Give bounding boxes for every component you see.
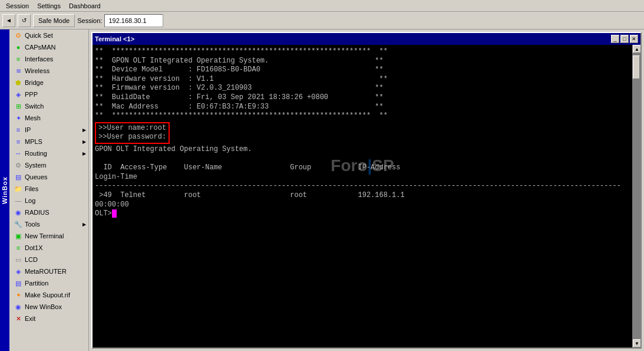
sidebar-label-ip: IP — [25, 126, 31, 133]
tools-icon: 🔧 — [14, 220, 22, 228]
session-ip: 192.168.30.1 — [104, 14, 163, 27]
partition-icon: ▤ — [14, 279, 22, 287]
sidebar-item-new-terminal[interactable]: ▣ New Terminal — [9, 230, 88, 242]
lcd-icon: ▭ — [14, 255, 22, 264]
scrollbar-thumb[interactable] — [633, 55, 640, 79]
log-icon: — — [14, 196, 22, 205]
sidebar-label-interfaces: Interfaces — [25, 55, 53, 63]
sidebar-item-mesh[interactable]: ✦ Mesh — [9, 112, 88, 124]
new-terminal-icon: ▣ — [14, 232, 22, 240]
terminal-prompt-line: OLT> — [95, 209, 630, 219]
sidebar-item-dot1x[interactable]: ≡ Dot1X — [9, 242, 88, 254]
toolbar: ◄ ↺ Safe Mode Session: 192.168.30.1 — [0, 12, 644, 29]
sidebar-item-queues[interactable]: ▤ Queues — [9, 171, 88, 183]
sidebar-label-tools: Tools — [25, 221, 40, 228]
bridge-icon: ⬟ — [14, 78, 22, 87]
switch-icon: ⊞ — [14, 102, 22, 110]
terminal-content-wrapper: Foro|SP ** *****************************… — [93, 45, 640, 347]
sidebar-label-system: System — [25, 162, 47, 169]
session-label: Session: — [77, 17, 102, 24]
files-icon: 📁 — [14, 185, 22, 193]
menubar: Session Settings Dashboard — [0, 0, 644, 12]
username-line: >>User name:root — [98, 124, 166, 133]
terminal-title: Terminal <1> — [95, 35, 134, 42]
sidebar-item-wireless[interactable]: ≋ Wireless — [9, 65, 88, 77]
sidebar-label-exit: Exit — [25, 315, 35, 322]
new-winbox-icon: ◉ — [14, 303, 22, 311]
sidebar-item-system[interactable]: ⚙ System — [9, 159, 88, 171]
menu-settings[interactable]: Settings — [34, 2, 64, 10]
menu-session[interactable]: Session — [2, 2, 32, 10]
interfaces-icon: ≡ — [14, 55, 22, 63]
sidebar-label-new-terminal: New Terminal — [25, 232, 64, 240]
sidebar-item-partition[interactable]: ▤ Partition — [9, 277, 88, 289]
sidebar-item-mpls[interactable]: ≡ MPLS ▶ — [9, 136, 88, 147]
exit-icon: ✕ — [14, 314, 22, 323]
sidebar-item-ip[interactable]: ≡ IP ▶ — [9, 124, 88, 136]
terminal-controls: _ □ ✕ — [611, 35, 638, 43]
sidebar-item-ppp[interactable]: ◈ PPP — [9, 88, 88, 100]
sidebar-item-radius[interactable]: ◉ RADIUS — [9, 206, 88, 218]
sidebar-item-log[interactable]: — Log — [9, 195, 88, 206]
sidebar-label-new-winbox: New WinBox — [25, 303, 62, 310]
close-button[interactable]: ✕ — [630, 35, 638, 43]
sidebar-label-metarouter: MetaROUTER — [25, 268, 67, 275]
password-line: >>User password: — [98, 133, 166, 142]
scroll-down-button[interactable]: ▼ — [633, 339, 640, 347]
safe-mode-button[interactable]: Safe Mode — [33, 14, 75, 27]
metarouter-icon: ◈ — [14, 267, 22, 275]
sidebar-item-make-supout[interactable]: ✦ Make Supout.rif — [9, 289, 88, 301]
scrollbar-track[interactable] — [633, 53, 640, 339]
routing-icon: ↔ — [14, 149, 22, 158]
sidebar-item-capsman[interactable]: ● CAPsMAN — [9, 41, 88, 53]
main-layout: WinBox ⚙ Quick Set ● CAPsMAN ≡ Interface… — [0, 29, 644, 351]
sidebar-item-exit[interactable]: ✕ Exit — [9, 313, 88, 324]
terminal-body[interactable]: Foro|SP ** *****************************… — [93, 45, 632, 347]
terminal-window: Terminal <1> _ □ ✕ Foro|SP ** **********… — [91, 32, 642, 349]
sidebar-label-dot1x: Dot1X — [25, 244, 43, 251]
sidebar-item-bridge[interactable]: ⬟ Bridge — [9, 77, 88, 88]
sidebar-label-queues: Queues — [25, 173, 48, 181]
wireless-icon: ≋ — [14, 67, 22, 75]
menu-dashboard[interactable]: Dashboard — [65, 2, 104, 10]
terminal-scrollbar: ▲ ▼ — [632, 45, 640, 347]
credentials-highlight-box: >>User name:root >>User password: — [95, 122, 170, 144]
sidebar-item-interfaces[interactable]: ≡ Interfaces — [9, 53, 88, 65]
dot1x-icon: ≡ — [14, 244, 22, 252]
sidebar-item-tools[interactable]: 🔧 Tools ▶ — [9, 218, 88, 230]
sidebar-label-switch: Switch — [25, 103, 44, 110]
minimize-button[interactable]: _ — [611, 35, 619, 43]
prompt-text: OLT> — [95, 209, 112, 218]
terminal-output: ** *************************************… — [95, 47, 630, 121]
maximize-button[interactable]: □ — [620, 35, 629, 43]
sidebar-item-quick-set[interactable]: ⚙ Quick Set — [9, 29, 88, 41]
terminal-gpon-system: GPON OLT Integrated Operating System. ID… — [95, 145, 630, 209]
sidebar: ⚙ Quick Set ● CAPsMAN ≡ Interfaces ≋ Wir… — [9, 29, 89, 351]
quick-set-icon: ⚙ — [14, 31, 22, 40]
sidebar-item-files[interactable]: 📁 Files — [9, 183, 88, 195]
sidebar-item-routing[interactable]: ↔ Routing ▶ — [9, 147, 88, 159]
terminal-titlebar: Terminal <1> _ □ ✕ — [93, 33, 640, 45]
back-button[interactable]: ◄ — [2, 14, 15, 27]
content-area: Terminal <1> _ □ ✕ Foro|SP ** **********… — [89, 29, 644, 351]
sidebar-label-routing: Routing — [25, 150, 47, 157]
sidebar-label-quick-set: Quick Set — [25, 32, 53, 39]
ppp-icon: ◈ — [14, 90, 22, 99]
scroll-up-button[interactable]: ▲ — [633, 45, 640, 53]
make-supout-icon: ✦ — [14, 291, 22, 299]
ip-arrow: ▶ — [82, 127, 86, 133]
sidebar-label-mpls: MPLS — [25, 138, 42, 145]
sidebar-item-switch[interactable]: ⊞ Switch — [9, 100, 88, 112]
sidebar-label-capsman: CAPsMAN — [25, 44, 56, 51]
reconnect-button[interactable]: ↺ — [18, 14, 31, 27]
sidebar-label-ppp: PPP — [25, 91, 38, 98]
sidebar-label-wireless: Wireless — [25, 67, 49, 74]
sidebar-label-mesh: Mesh — [25, 114, 41, 122]
system-icon: ⚙ — [14, 161, 22, 169]
sidebar-item-new-winbox[interactable]: ◉ New WinBox — [9, 301, 88, 313]
sidebar-label-partition: Partition — [25, 280, 48, 287]
ip-icon: ≡ — [14, 126, 22, 134]
routing-arrow: ▶ — [82, 151, 86, 156]
sidebar-item-metarouter[interactable]: ◈ MetaROUTER — [9, 265, 88, 277]
sidebar-item-lcd[interactable]: ▭ LCD — [9, 254, 88, 265]
